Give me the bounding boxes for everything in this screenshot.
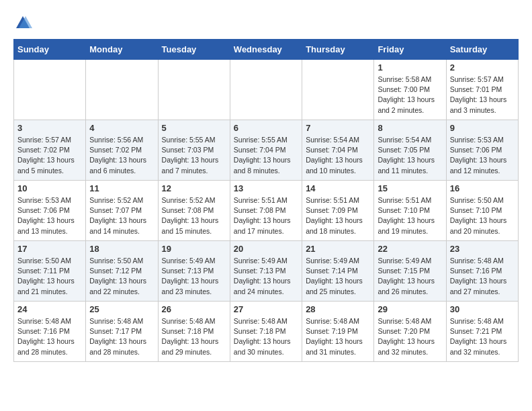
calendar-cell: 15Sunrise: 5:51 AMSunset: 7:10 PMDayligh…: [374, 181, 446, 241]
day-info: Sunrise: 5:57 AMSunset: 7:02 PMDaylight:…: [17, 135, 82, 176]
day-number: 1: [378, 62, 442, 73]
calendar-cell: 24Sunrise: 5:48 AMSunset: 7:16 PMDayligh…: [14, 302, 86, 362]
day-number: 7: [306, 123, 370, 133]
sunrise-info: Sunrise: 5:49 AM: [162, 256, 226, 266]
daylight-info: Daylight: 13 hours and 23 minutes.: [162, 276, 226, 296]
header-tuesday: Tuesday: [158, 40, 230, 60]
calendar-cell: 10Sunrise: 5:53 AMSunset: 7:06 PMDayligh…: [14, 181, 86, 241]
page-header: [13, 13, 519, 32]
day-number: 19: [162, 244, 226, 254]
calendar-week-5: 24Sunrise: 5:48 AMSunset: 7:16 PMDayligh…: [14, 302, 519, 362]
daylight-info: Daylight: 13 hours and 30 minutes.: [234, 336, 298, 357]
day-number: 14: [306, 183, 370, 193]
sunrise-info: Sunrise: 5:53 AM: [450, 135, 515, 145]
sunset-info: Sunset: 7:08 PM: [162, 205, 226, 216]
calendar-cell: 2Sunrise: 5:57 AMSunset: 7:01 PMDaylight…: [446, 60, 518, 120]
daylight-info: Daylight: 13 hours and 7 minutes.: [162, 155, 226, 175]
calendar-week-4: 17Sunrise: 5:50 AMSunset: 7:11 PMDayligh…: [14, 241, 519, 302]
daylight-info: Daylight: 13 hours and 10 minutes.: [306, 155, 370, 175]
daylight-info: Daylight: 13 hours and 13 minutes.: [17, 216, 82, 236]
day-number: 29: [378, 304, 442, 314]
sunset-info: Sunset: 7:11 PM: [17, 266, 82, 276]
sunset-info: Sunset: 7:07 PM: [89, 205, 154, 216]
calendar-cell: 13Sunrise: 5:51 AMSunset: 7:08 PMDayligh…: [230, 181, 302, 241]
calendar-cell: 9Sunrise: 5:53 AMSunset: 7:06 PMDaylight…: [446, 120, 518, 181]
day-number: 25: [89, 304, 154, 314]
calendar-cell: 11Sunrise: 5:52 AMSunset: 7:07 PMDayligh…: [86, 181, 158, 241]
calendar-cell: 14Sunrise: 5:51 AMSunset: 7:09 PMDayligh…: [302, 181, 374, 241]
day-number: 9: [450, 123, 515, 133]
sunset-info: Sunset: 7:10 PM: [450, 205, 515, 216]
daylight-info: Daylight: 13 hours and 18 minutes.: [306, 216, 370, 236]
calendar-cell: 25Sunrise: 5:48 AMSunset: 7:17 PMDayligh…: [86, 302, 158, 362]
sunset-info: Sunset: 7:13 PM: [162, 266, 226, 276]
sunset-info: Sunset: 7:04 PM: [306, 145, 370, 155]
day-number: 21: [306, 244, 370, 254]
header-sunday: Sunday: [14, 40, 86, 60]
daylight-info: Daylight: 13 hours and 28 minutes.: [89, 336, 154, 357]
day-info: Sunrise: 5:50 AMSunset: 7:11 PMDaylight:…: [17, 256, 82, 297]
day-number: 3: [17, 123, 82, 133]
daylight-info: Daylight: 13 hours and 19 minutes.: [378, 216, 442, 236]
day-info: Sunrise: 5:57 AMSunset: 7:01 PMDaylight:…: [450, 75, 515, 116]
day-number: 16: [450, 183, 515, 193]
day-info: Sunrise: 5:48 AMSunset: 7:16 PMDaylight:…: [17, 316, 82, 357]
day-info: Sunrise: 5:54 AMSunset: 7:04 PMDaylight:…: [306, 135, 370, 176]
day-info: Sunrise: 5:52 AMSunset: 7:08 PMDaylight:…: [162, 195, 226, 236]
sunset-info: Sunset: 7:00 PM: [378, 85, 442, 95]
day-info: Sunrise: 5:49 AMSunset: 7:13 PMDaylight:…: [234, 256, 298, 297]
calendar-cell: 6Sunrise: 5:55 AMSunset: 7:04 PMDaylight…: [230, 120, 302, 181]
sunrise-info: Sunrise: 5:48 AM: [306, 316, 370, 326]
sunrise-info: Sunrise: 5:49 AM: [234, 256, 298, 266]
calendar-cell: 20Sunrise: 5:49 AMSunset: 7:13 PMDayligh…: [230, 241, 302, 302]
sunset-info: Sunset: 7:10 PM: [378, 205, 442, 216]
sunrise-info: Sunrise: 5:51 AM: [306, 195, 370, 205]
sunrise-info: Sunrise: 5:53 AM: [17, 195, 82, 205]
sunset-info: Sunset: 7:21 PM: [450, 326, 515, 336]
sunset-info: Sunset: 7:16 PM: [450, 266, 515, 276]
header-wednesday: Wednesday: [230, 40, 302, 60]
sunrise-info: Sunrise: 5:49 AM: [378, 256, 442, 266]
day-number: 12: [162, 183, 226, 193]
day-info: Sunrise: 5:54 AMSunset: 7:05 PMDaylight:…: [378, 135, 442, 176]
calendar-cell: 19Sunrise: 5:49 AMSunset: 7:13 PMDayligh…: [158, 241, 230, 302]
sunset-info: Sunset: 7:17 PM: [89, 326, 154, 336]
sunset-info: Sunset: 7:14 PM: [306, 266, 370, 276]
sunrise-info: Sunrise: 5:55 AM: [162, 135, 226, 145]
sunrise-info: Sunrise: 5:48 AM: [378, 316, 442, 326]
header-friday: Friday: [374, 40, 446, 60]
calendar-week-2: 3Sunrise: 5:57 AMSunset: 7:02 PMDaylight…: [14, 120, 519, 181]
day-info: Sunrise: 5:53 AMSunset: 7:06 PMDaylight:…: [450, 135, 515, 176]
daylight-info: Daylight: 13 hours and 5 minutes.: [17, 155, 82, 175]
daylight-info: Daylight: 13 hours and 12 minutes.: [450, 155, 515, 175]
calendar-cell: 16Sunrise: 5:50 AMSunset: 7:10 PMDayligh…: [446, 181, 518, 241]
daylight-info: Daylight: 13 hours and 22 minutes.: [89, 276, 154, 296]
day-info: Sunrise: 5:50 AMSunset: 7:10 PMDaylight:…: [450, 195, 515, 236]
sunrise-info: Sunrise: 5:49 AM: [306, 256, 370, 266]
sunrise-info: Sunrise: 5:48 AM: [234, 316, 298, 326]
calendar-cell: 4Sunrise: 5:56 AMSunset: 7:02 PMDaylight…: [86, 120, 158, 181]
sunset-info: Sunset: 7:15 PM: [378, 266, 442, 276]
day-number: 11: [89, 183, 154, 193]
calendar-cell: 26Sunrise: 5:48 AMSunset: 7:18 PMDayligh…: [158, 302, 230, 362]
daylight-info: Daylight: 13 hours and 3 minutes.: [450, 95, 515, 115]
sunset-info: Sunset: 7:01 PM: [450, 85, 515, 95]
sunset-info: Sunset: 7:06 PM: [17, 205, 82, 216]
calendar-cell: 1Sunrise: 5:58 AMSunset: 7:00 PMDaylight…: [374, 60, 446, 120]
calendar-cell: 27Sunrise: 5:48 AMSunset: 7:18 PMDayligh…: [230, 302, 302, 362]
calendar-cell: 12Sunrise: 5:52 AMSunset: 7:08 PMDayligh…: [158, 181, 230, 241]
sunset-info: Sunset: 7:08 PM: [234, 205, 298, 216]
day-info: Sunrise: 5:52 AMSunset: 7:07 PMDaylight:…: [89, 195, 154, 236]
day-info: Sunrise: 5:55 AMSunset: 7:03 PMDaylight:…: [162, 135, 226, 176]
calendar-body: 1Sunrise: 5:58 AMSunset: 7:00 PMDaylight…: [14, 60, 519, 362]
header-saturday: Saturday: [446, 40, 518, 60]
sunset-info: Sunset: 7:16 PM: [17, 326, 82, 336]
calendar-table: SundayMondayTuesdayWednesdayThursdayFrid…: [13, 39, 519, 362]
day-number: 5: [162, 123, 226, 133]
sunset-info: Sunset: 7:12 PM: [89, 266, 154, 276]
calendar-cell: 18Sunrise: 5:50 AMSunset: 7:12 PMDayligh…: [86, 241, 158, 302]
calendar-cell: [14, 60, 86, 120]
calendar-cell: 23Sunrise: 5:48 AMSunset: 7:16 PMDayligh…: [446, 241, 518, 302]
calendar-cell: 21Sunrise: 5:49 AMSunset: 7:14 PMDayligh…: [302, 241, 374, 302]
day-info: Sunrise: 5:56 AMSunset: 7:02 PMDaylight:…: [89, 135, 154, 176]
